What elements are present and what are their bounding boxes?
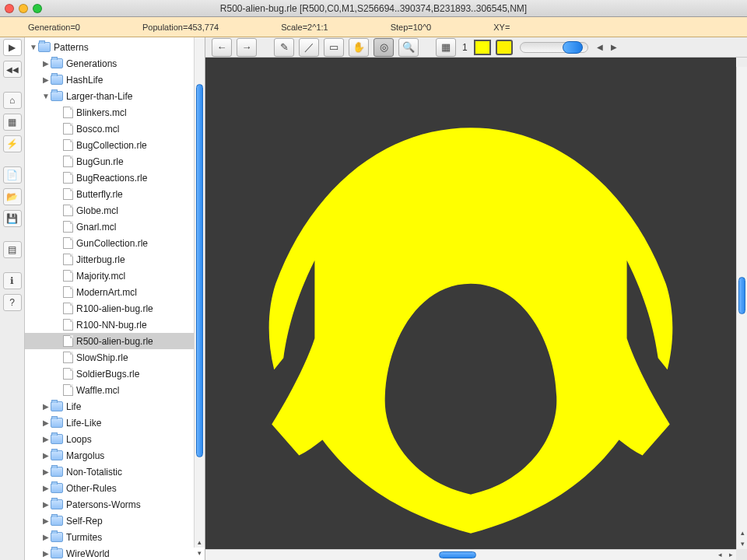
- zoom-in-button[interactable]: 🔍: [398, 38, 419, 57]
- select-tool-button[interactable]: ▭: [324, 38, 344, 57]
- tree-file[interactable]: ModernArt.mcl: [25, 284, 205, 300]
- layers-button[interactable]: ▦: [436, 38, 456, 57]
- home-button[interactable]: ⌂: [3, 92, 22, 109]
- canvas-scroll-right-icon[interactable]: ▸: [725, 549, 736, 560]
- tree-file[interactable]: Butterfly.rle: [25, 186, 205, 202]
- folder-icon: [51, 91, 63, 101]
- scroll-down-icon[interactable]: ▾: [194, 548, 205, 558]
- disclosure-icon[interactable]: ▶: [42, 59, 50, 68]
- speed-slider[interactable]: [520, 42, 588, 53]
- tree-item-label: Waffle.mcl: [76, 385, 119, 396]
- help-button[interactable]: ?: [3, 294, 22, 311]
- tree-folder[interactable]: ▶Generations: [25, 55, 205, 72]
- file-icon: [63, 286, 73, 298]
- disclosure-icon[interactable]: ▶: [42, 435, 50, 443]
- play-button[interactable]: ▶: [3, 39, 22, 56]
- tree-folder[interactable]: ▶Margolus: [25, 447, 205, 464]
- rewind-button[interactable]: ◀◀: [3, 61, 22, 78]
- canvas-scroll-up-icon[interactable]: ▴: [737, 527, 747, 538]
- tree-item-label: Loops: [66, 434, 92, 445]
- disclosure-icon[interactable]: ▼: [42, 92, 50, 100]
- tree-folder[interactable]: ▼Patterns: [25, 39, 205, 55]
- tree-folder[interactable]: ▶Other-Rules: [25, 480, 205, 496]
- disclosure-icon[interactable]: ▶: [42, 500, 50, 509]
- disclosure-icon[interactable]: ▼: [30, 43, 37, 51]
- tree-file[interactable]: SoldierBugs.rle: [25, 366, 205, 382]
- tree-folder[interactable]: ▶Patersons-Worms: [25, 496, 205, 513]
- tree-item-label: Other-Rules: [66, 483, 117, 494]
- open-button[interactable]: 📂: [3, 188, 22, 205]
- folder-icon: [51, 548, 63, 558]
- file-icon: [63, 107, 73, 118]
- color-swatch-secondary[interactable]: [496, 40, 513, 55]
- tree-folder[interactable]: ▶Life: [25, 398, 205, 415]
- tree-item-label: BugReactions.rle: [76, 173, 147, 184]
- disclosure-icon[interactable]: ▶: [42, 484, 50, 492]
- hand-tool-button[interactable]: ✋: [349, 38, 369, 57]
- tree-file[interactable]: Jitterbug.rle: [25, 251, 205, 268]
- sidebar-scroll-thumb[interactable]: [196, 84, 203, 457]
- tree-folder[interactable]: ▼Larger-than-Life: [25, 88, 205, 104]
- pencil-tool-button[interactable]: ✎: [274, 38, 294, 57]
- tree-file[interactable]: GunCollection.rle: [25, 235, 205, 251]
- disclosure-icon[interactable]: ▶: [42, 516, 50, 525]
- status-scale: Scale=2^1:1: [281, 23, 328, 32]
- disclosure-icon[interactable]: ▶: [42, 451, 50, 460]
- tree-folder[interactable]: ▶Turmites: [25, 529, 205, 545]
- save-button[interactable]: 💾: [3, 210, 22, 227]
- canvas-scroll-left-icon[interactable]: ◂: [714, 549, 725, 560]
- line-tool-button[interactable]: ／: [299, 38, 319, 57]
- disclosure-icon[interactable]: ▶: [42, 418, 50, 427]
- canvas-vscrollbar[interactable]: ▴ ▾: [736, 67, 747, 549]
- tree-file[interactable]: Blinkers.mcl: [25, 104, 205, 121]
- tree-item-label: Larger-than-Life: [66, 91, 132, 102]
- tree-file[interactable]: R100-NN-bug.rle: [25, 317, 205, 333]
- disclosure-icon[interactable]: ▶: [42, 533, 50, 541]
- forward-button[interactable]: →: [237, 38, 257, 57]
- canvas-hscrollbar[interactable]: ◂ ▸: [205, 549, 736, 560]
- tree-file[interactable]: BugCollection.rle: [25, 137, 205, 153]
- zoom-tool-button[interactable]: ◎: [374, 38, 394, 57]
- slider-knob[interactable]: [563, 41, 583, 54]
- slider-left-icon[interactable]: ◀: [595, 43, 605, 51]
- pattern-canvas[interactable]: [205, 58, 736, 549]
- grid-button[interactable]: ▦: [3, 114, 22, 131]
- sidebar-vscrollbar[interactable]: [194, 37, 205, 548]
- tree-folder[interactable]: ▶Non-Totalistic: [25, 464, 205, 480]
- scroll-up-icon[interactable]: ▴: [194, 537, 205, 548]
- tree-folder[interactable]: ▶Self-Rep: [25, 513, 205, 529]
- tree-file[interactable]: Majority.mcl: [25, 268, 205, 284]
- file-icon: [63, 352, 73, 363]
- canvas-hscroll-thumb[interactable]: [439, 551, 476, 558]
- tree-file[interactable]: BugGun.rle: [25, 153, 205, 170]
- tree-folder[interactable]: ▶Loops: [25, 431, 205, 447]
- disclosure-icon[interactable]: ▶: [42, 467, 50, 476]
- canvas-scroll-down-icon[interactable]: ▾: [737, 538, 747, 549]
- flash-button[interactable]: ⚡: [3, 135, 22, 152]
- tree-file[interactable]: Gnarl.mcl: [25, 219, 205, 235]
- tree-folder[interactable]: ▶Life-Like: [25, 415, 205, 431]
- tree-file[interactable]: Globe.mcl: [25, 202, 205, 219]
- disclosure-icon[interactable]: ▶: [42, 75, 50, 84]
- canvas-vscroll-thumb[interactable]: [738, 277, 745, 314]
- new-file-button[interactable]: 📄: [3, 166, 22, 184]
- slider-right-icon[interactable]: ▶: [609, 43, 619, 51]
- disclosure-icon[interactable]: ▶: [42, 402, 50, 411]
- tree-item-label: Turmites: [66, 532, 102, 543]
- back-button[interactable]: ←: [212, 38, 232, 57]
- tree-file[interactable]: R100-alien-bug.rle: [25, 300, 205, 317]
- tree-folder[interactable]: ▶WireWorld: [25, 545, 205, 560]
- status-step: Step=10^0: [391, 23, 432, 32]
- tree-file[interactable]: Waffle.mcl: [25, 382, 205, 398]
- library-button[interactable]: ▤: [3, 241, 22, 258]
- tree-file[interactable]: SlowShip.rle: [25, 349, 205, 366]
- info-button[interactable]: ℹ: [3, 272, 22, 289]
- disclosure-icon[interactable]: ▶: [42, 549, 50, 558]
- status-population: Population=453,774: [142, 23, 219, 32]
- tree-file[interactable]: Bosco.mcl: [25, 121, 205, 137]
- tree-folder[interactable]: ▶HashLife: [25, 72, 205, 88]
- tree-file[interactable]: R500-alien-bug.rle: [25, 333, 205, 349]
- color-swatch-primary[interactable]: [474, 40, 491, 55]
- tree-item-label: Globe.mcl: [76, 205, 118, 216]
- tree-file[interactable]: BugReactions.rle: [25, 170, 205, 186]
